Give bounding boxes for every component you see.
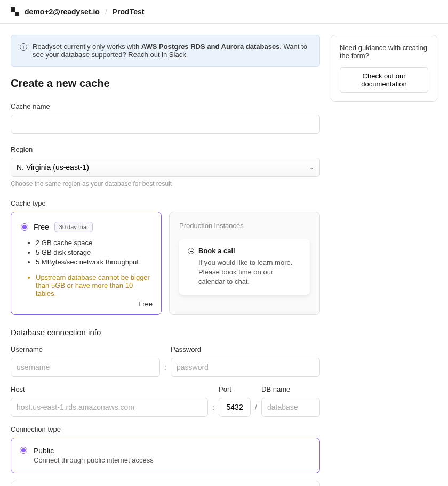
cache-name-input[interactable] (11, 115, 320, 134)
free-card-title: Free (34, 223, 49, 231)
password-input[interactable] (171, 358, 320, 377)
clock-icon (188, 248, 194, 254)
cache-name-label: Cache name (11, 102, 320, 110)
banner-text-prefix: Readyset currently only works with (33, 43, 141, 51)
region-select[interactable]: N. Virginia (us-east-1) (11, 158, 320, 177)
logo-icon (11, 7, 19, 16)
book-call-title: Book a call (198, 247, 235, 255)
host-input[interactable] (11, 398, 208, 417)
radio-icon (20, 447, 27, 454)
public-sub: Connect through public internet access (34, 456, 154, 464)
book-call-card: Book a call If you would like to learn m… (179, 239, 310, 295)
sep-colon-2: : (212, 403, 214, 417)
cache-type-prod-card: Production instances Book a call If you … (169, 212, 320, 315)
dbname-input[interactable] (261, 398, 320, 417)
cache-type-label: Cache type (11, 199, 320, 207)
free-warning: Upstream database cannot be bigger than … (21, 273, 151, 297)
username-label: Username (11, 345, 160, 353)
region-hint: Choose the same region as your database … (11, 180, 320, 188)
info-banner: i Readyset currently only works with AWS… (11, 35, 320, 67)
host-label: Host (11, 385, 208, 393)
banner-text-bold: AWS Postgres RDS and Aurora databases (141, 43, 280, 51)
sep-colon: : (164, 363, 166, 377)
banner-text-suffix: . (186, 51, 188, 59)
password-label: Password (171, 345, 320, 353)
documentation-button[interactable]: Check out our documentation (340, 67, 428, 93)
breadcrumb-separator: / (105, 7, 107, 16)
page-title: Create a new cache (11, 77, 320, 90)
port-label: Port (219, 385, 251, 393)
port-input[interactable] (219, 398, 251, 417)
slack-link[interactable]: Slack (169, 51, 186, 59)
info-icon: i (20, 43, 27, 51)
free-features-list: 2 GB cache space 5 GB disk storage 5 MBy… (21, 239, 151, 266)
calendar-link[interactable]: calendar (198, 278, 225, 286)
db-connection-heading: Database connection info (11, 328, 320, 337)
free-trial-badge: 30 day trial (54, 222, 93, 232)
conn-type-label: Connection type (11, 425, 320, 433)
breadcrumb-project[interactable]: ProdTest (113, 7, 145, 16)
public-title: Public (34, 447, 154, 455)
dbname-label: DB name (261, 385, 320, 393)
breadcrumb-user[interactable]: demo+2@readyset.io (25, 7, 100, 16)
conn-type-private[interactable]: Private Connect privately through vpc pe… (11, 481, 320, 486)
region-label: Region (11, 145, 320, 153)
radio-icon (21, 223, 28, 231)
sep-slash: / (255, 403, 257, 417)
help-text: Need guidance with creating the form? (340, 44, 428, 60)
conn-type-public[interactable]: Public Connect through public internet a… (11, 438, 320, 473)
free-price: Free (138, 300, 153, 308)
prod-heading: Production instances (179, 222, 310, 230)
username-input[interactable] (11, 358, 160, 377)
cache-type-free-card[interactable]: Free 30 day trial 2 GB cache space 5 GB … (11, 212, 162, 315)
help-box: Need guidance with creating the form? Ch… (331, 35, 437, 102)
header-bar: demo+2@readyset.io / ProdTest (0, 0, 448, 24)
